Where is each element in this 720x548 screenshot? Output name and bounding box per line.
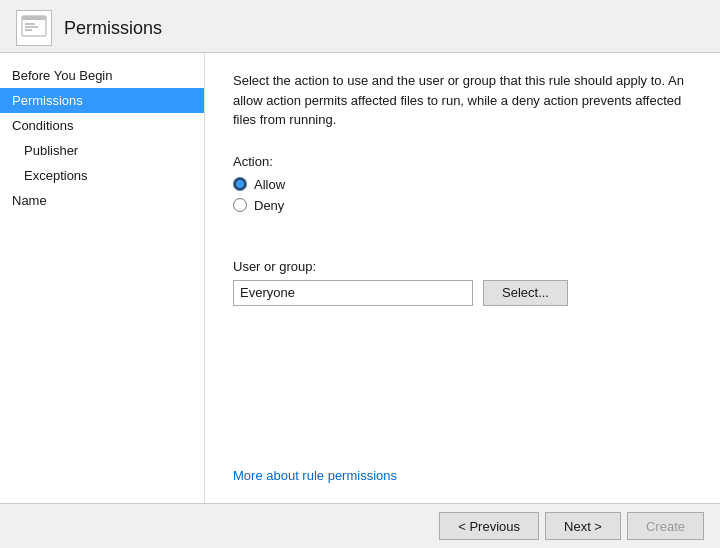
sidebar: Before You BeginPermissionsConditionsPub… xyxy=(0,53,205,503)
radio-deny-label: Deny xyxy=(254,198,284,213)
action-section: Action: Allow Deny xyxy=(233,154,692,233)
create-button[interactable]: Create xyxy=(627,512,704,540)
select-button[interactable]: Select... xyxy=(483,280,568,306)
description-text: Select the action to use and the user or… xyxy=(233,71,692,130)
previous-button[interactable]: < Previous xyxy=(439,512,539,540)
sidebar-item-before-you-begin[interactable]: Before You Begin xyxy=(0,63,204,88)
sidebar-item-name[interactable]: Name xyxy=(0,188,204,213)
main-layout: Before You BeginPermissionsConditionsPub… xyxy=(0,52,720,503)
radio-allow-label: Allow xyxy=(254,177,285,192)
help-link[interactable]: More about rule permissions xyxy=(233,468,397,483)
user-group-row: Select... xyxy=(233,280,692,306)
sidebar-item-exceptions[interactable]: Exceptions xyxy=(0,163,204,188)
user-group-label: User or group: xyxy=(233,259,692,274)
radio-deny-input[interactable] xyxy=(233,198,247,212)
next-button[interactable]: Next > xyxy=(545,512,621,540)
page-title: Permissions xyxy=(64,18,162,39)
action-label: Action: xyxy=(233,154,692,169)
sidebar-item-permissions[interactable]: Permissions xyxy=(0,88,204,113)
radio-allow-input[interactable] xyxy=(233,177,247,191)
radio-group: Allow Deny xyxy=(233,177,692,213)
radio-deny-item[interactable]: Deny xyxy=(233,198,692,213)
content-area: Select the action to use and the user or… xyxy=(205,53,720,503)
radio-allow-item[interactable]: Allow xyxy=(233,177,692,192)
link-area: More about rule permissions xyxy=(233,468,692,483)
wizard-icon xyxy=(16,10,52,46)
user-group-input[interactable] xyxy=(233,280,473,306)
svg-rect-1 xyxy=(22,16,46,20)
footer: < Previous Next > Create xyxy=(0,503,720,548)
user-group-section: User or group: Select... xyxy=(233,259,692,306)
wizard-header: Permissions xyxy=(0,0,720,52)
sidebar-item-publisher[interactable]: Publisher xyxy=(0,138,204,163)
sidebar-item-conditions[interactable]: Conditions xyxy=(0,113,204,138)
